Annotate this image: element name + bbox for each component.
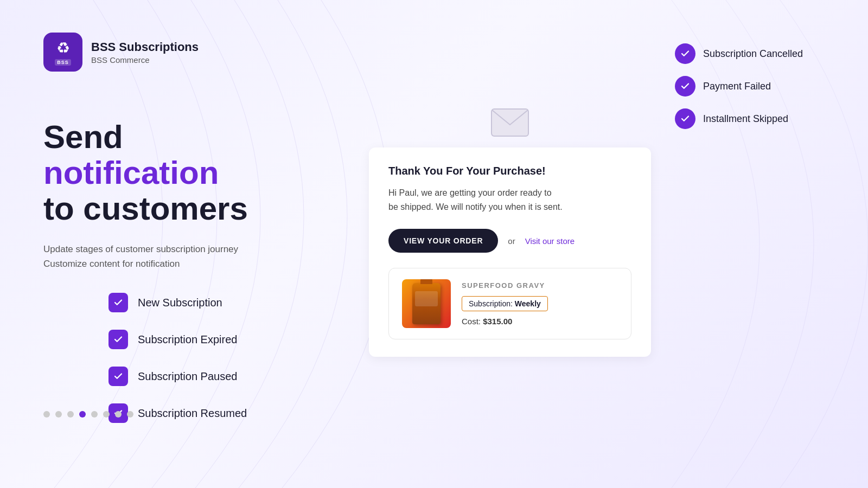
- dot-4-active[interactable]: [79, 411, 86, 418]
- dot-6[interactable]: [103, 411, 110, 418]
- checklist-label-payment-failed: Payment Failed: [703, 81, 771, 92]
- check-circle-payment-failed: [675, 76, 695, 97]
- dot-7[interactable]: [115, 411, 122, 418]
- product-card: SUPERFOOD GRAVY Subscription: Weekly Cos…: [388, 268, 631, 339]
- view-order-button[interactable]: VIEW YOUR ORDER: [388, 229, 498, 253]
- email-body: Hi Paul, we are getting your order ready…: [388, 186, 631, 214]
- feature-label-subscription-expired: Subscription Expired: [138, 333, 237, 346]
- check-circle-cancelled: [675, 43, 695, 64]
- mail-icon: [491, 108, 529, 137]
- header: ♻ BSS BSS Subscriptions BSS Commerce: [43, 33, 199, 72]
- subscription-label: Subscription:: [469, 299, 513, 308]
- logo-icon: ♻: [56, 39, 70, 57]
- dot-5[interactable]: [91, 411, 98, 418]
- email-card: Thank You For Your Purchase! Hi Paul, we…: [369, 147, 651, 357]
- visit-store-link[interactable]: Visit our store: [525, 236, 575, 246]
- dot-1[interactable]: [43, 411, 50, 418]
- dot-8[interactable]: [127, 411, 133, 418]
- email-preview-section: Thank You For Your Purchase! Hi Paul, we…: [369, 108, 651, 357]
- left-content: Send notification to customers Update st…: [43, 119, 248, 423]
- subscription-value: Weekly: [515, 299, 541, 308]
- company-name: BSS Commerce: [91, 55, 199, 65]
- email-actions: VIEW YOUR ORDER or Visit our store: [388, 229, 631, 253]
- logo-box: ♻ BSS: [43, 33, 82, 72]
- heading-line3: to customers: [43, 190, 248, 227]
- checklist-item-installment-skipped: Installment Skipped: [675, 108, 803, 129]
- or-text: or: [508, 236, 515, 246]
- desc-line2: Customize content for notification: [43, 259, 180, 269]
- feature-label-subscription-paused: Subscription Paused: [138, 370, 237, 383]
- check-circle-installment-skipped: [675, 108, 695, 129]
- sub-description: Update stages of customer subscription j…: [43, 242, 248, 271]
- feature-subscription-paused: Subscription Paused: [108, 367, 237, 386]
- subscription-badge: Subscription: Weekly: [462, 296, 548, 311]
- svg-rect-0: [492, 109, 528, 136]
- top-checklist: Subscription Cancelled Payment Failed In…: [675, 43, 803, 129]
- checklist-item-payment-failed: Payment Failed: [675, 76, 803, 97]
- checklist-item-cancelled: Subscription Cancelled: [675, 43, 803, 64]
- dot-3[interactable]: [67, 411, 74, 418]
- product-cost: Cost: $315.00: [462, 317, 618, 326]
- cost-label: Cost:: [462, 317, 481, 326]
- dot-2[interactable]: [55, 411, 62, 418]
- email-title: Thank You For Your Purchase!: [388, 165, 631, 177]
- product-image: [402, 279, 451, 328]
- feature-label-new-subscription: New Subscription: [138, 297, 222, 309]
- feature-subscription-expired: Subscription Expired: [108, 330, 237, 349]
- feature-list: New Subscription Subscription Expired Su…: [43, 293, 248, 423]
- checklist-label-cancelled: Subscription Cancelled: [703, 48, 803, 60]
- mail-icon-wrapper: [369, 108, 651, 137]
- feature-new-subscription: New Subscription: [108, 293, 222, 312]
- cost-value: $315.00: [483, 317, 512, 326]
- header-text: BSS Subscriptions BSS Commerce: [91, 40, 199, 65]
- checkbox-subscription-paused: [108, 367, 128, 386]
- pagination-dots: [43, 411, 133, 418]
- product-info: SUPERFOOD GRAVY Subscription: Weekly Cos…: [462, 281, 618, 326]
- heading-highlight: notification: [43, 155, 219, 191]
- checklist-label-installment-skipped: Installment Skipped: [703, 113, 788, 125]
- logo-bss-label: BSS: [55, 59, 71, 66]
- main-heading: Send notification to customers: [43, 119, 248, 227]
- checkbox-new-subscription: [108, 293, 128, 312]
- product-bottle-illustration: [412, 283, 441, 324]
- checkbox-subscription-expired: [108, 330, 128, 349]
- desc-line1: Update stages of customer subscription j…: [43, 244, 238, 254]
- product-name: SUPERFOOD GRAVY: [462, 281, 618, 290]
- heading-line1: Send: [43, 119, 123, 155]
- app-name: BSS Subscriptions: [91, 40, 199, 54]
- feature-label-subscription-resumed: Subscription Resumed: [138, 407, 247, 420]
